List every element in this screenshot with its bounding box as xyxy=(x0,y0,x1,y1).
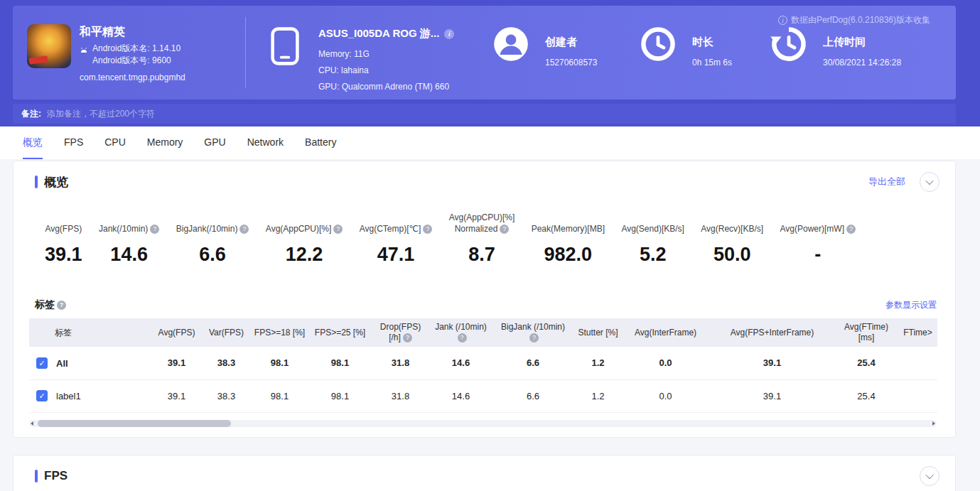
column-header-label: 标签 xyxy=(29,318,150,347)
stat-avg-ctemp: Avg(CTemp)[℃]?47.1 xyxy=(360,223,433,266)
row-label: label1 xyxy=(56,391,81,401)
help-icon[interactable]: ? xyxy=(458,333,467,342)
help-icon[interactable]: ? xyxy=(333,225,343,234)
help-icon[interactable]: ? xyxy=(150,225,159,234)
row-checkbox[interactable] xyxy=(36,390,48,401)
stat-value: - xyxy=(780,244,856,266)
tab-gpu[interactable]: GPU xyxy=(204,126,225,159)
chevron-down-icon xyxy=(925,470,933,478)
report-content: 概览FPSCPUMemoryGPUNetworkBattery 概览 导出全部 … xyxy=(0,126,980,491)
device-block: ASUS_I005DA ROG 游... i Memory: 11G CPU: … xyxy=(318,27,454,92)
stat-label: Avg(AppCPU)[%]? xyxy=(266,223,343,234)
fps-card: FPS xyxy=(13,455,956,491)
stat-value: 12.2 xyxy=(266,244,343,266)
section-accent-bar xyxy=(35,470,38,482)
creator-value: 15270608573 xyxy=(545,58,597,68)
user-icon xyxy=(492,26,529,63)
column-header-drop-fps: Drop(FPS)[/h]? xyxy=(370,318,431,347)
stat-avg-appcpu-normalized: Avg(AppCPU)[%]Normalized?8.7 xyxy=(449,212,515,266)
horizontal-scrollbar[interactable] xyxy=(29,420,937,427)
help-icon[interactable]: ? xyxy=(57,301,66,310)
duration-label: 时长 xyxy=(692,36,732,49)
device-info-icon[interactable]: i xyxy=(444,29,454,39)
collect-info-text: 数据由PerfDog(6.0.210836)版本收集 xyxy=(791,14,930,26)
column-header-stutter: Stutter [%] xyxy=(575,318,621,347)
table-cell: 98.1 xyxy=(249,347,310,379)
upload-time-text: 上传时间 30/08/2021 14:26:28 xyxy=(823,26,901,68)
table-cell xyxy=(898,347,937,379)
table-cell: 1.2 xyxy=(575,379,621,412)
export-all-link[interactable]: 导出全部 xyxy=(868,176,905,188)
tab-fps[interactable]: FPS xyxy=(64,126,83,159)
labels-table-body: All39.138.398.198.131.814.66.61.20.039.1… xyxy=(29,347,937,412)
labels-title-text: 标签 xyxy=(35,298,55,311)
scroll-right-arrow-icon[interactable] xyxy=(932,421,935,426)
upload-time-value: 30/08/2021 14:26:28 xyxy=(823,58,901,68)
tab-network[interactable]: Network xyxy=(247,126,284,159)
scrollbar-thumb[interactable] xyxy=(38,420,231,427)
labels-table: 标签Avg(FPS)Var(FPS)FPS>=18 [%]FPS>=25 [%]… xyxy=(29,318,937,413)
tab-battery[interactable]: Battery xyxy=(305,126,336,159)
column-header-bigjank: BigJank (/10min)? xyxy=(491,318,575,347)
tab-cpu[interactable]: CPU xyxy=(104,126,126,159)
section-accent-bar xyxy=(35,176,38,188)
note-label: 备注: xyxy=(21,108,41,120)
collapse-fps-button[interactable] xyxy=(920,466,939,486)
duration-value: 0h 15m 6s xyxy=(692,58,732,68)
param-display-settings-link[interactable]: 参数显示设置 xyxy=(885,299,937,311)
stat-label: Peak(Memory)[MB] xyxy=(532,223,605,234)
app-version-lines: Android版本名: 1.14.10 Android版本号: 9600 xyxy=(92,43,181,67)
stat-jank: Jank(/10min)?14.6 xyxy=(99,223,159,266)
info-icon: i xyxy=(778,16,787,25)
table-cell: 14.6 xyxy=(431,379,491,412)
labels-table-head-row: 标签Avg(FPS)Var(FPS)FPS>=18 [%]FPS>=25 [%]… xyxy=(29,318,937,347)
row-checkbox[interactable] xyxy=(36,357,48,369)
table-row: label139.138.398.198.131.814.66.61.20.03… xyxy=(29,379,937,412)
table-cell: 38.3 xyxy=(203,379,249,412)
table-cell: 39.1 xyxy=(150,379,203,412)
creator-label: 创建者 xyxy=(545,36,597,49)
stat-value: 39.1 xyxy=(45,244,82,266)
header-divider xyxy=(245,17,246,88)
table-cell: 14.6 xyxy=(431,347,491,379)
device-memory: Memory: 11G xyxy=(318,49,454,59)
row-label: All xyxy=(56,358,68,369)
stat-avg-recv: Avg(Recv)[KB/s]50.0 xyxy=(701,223,763,266)
scroll-left-arrow-icon[interactable] xyxy=(31,421,33,426)
overview-title: 概览 xyxy=(44,174,68,190)
collapse-overview-button[interactable] xyxy=(920,172,939,192)
tab-memory[interactable]: Memory xyxy=(147,126,183,159)
creator-text: 创建者 15270608573 xyxy=(545,26,597,68)
column-header-avg-fps-interframe: Avg(FPS+InterFrame) xyxy=(710,318,834,347)
report-header: i 数据由PerfDog(6.0.210836)版本收集 和平精英 Androi… xyxy=(0,0,980,126)
stat-label: BigJank(/10min)? xyxy=(176,223,249,234)
help-icon[interactable]: ? xyxy=(846,225,856,234)
help-icon[interactable]: ? xyxy=(403,333,412,342)
help-icon[interactable]: ? xyxy=(423,225,432,234)
stat-label: Avg(Power)[mW]? xyxy=(780,223,856,234)
tab-overview[interactable]: 概览 xyxy=(23,126,43,159)
table-cell: 39.1 xyxy=(150,347,203,379)
labels-section-header: 标签 ? 参数显示设置 xyxy=(35,298,937,311)
column-header-avg-fps: Avg(FPS) xyxy=(150,318,203,347)
table-cell xyxy=(898,379,937,412)
table-cell: 38.3 xyxy=(203,347,249,379)
table-row: All39.138.398.198.131.814.66.61.20.039.1… xyxy=(29,347,937,379)
column-header-avg-interframe: Avg(InterFrame) xyxy=(621,318,710,347)
clock-icon xyxy=(640,26,677,63)
note-input[interactable] xyxy=(47,109,345,119)
help-icon[interactable]: ? xyxy=(500,225,509,234)
row-label-cell: label1 xyxy=(29,379,150,412)
help-icon[interactable]: ? xyxy=(529,333,539,342)
table-cell: 6.6 xyxy=(491,379,575,412)
table-cell: 0.0 xyxy=(621,379,710,412)
chevron-down-icon xyxy=(925,177,933,185)
stat-bigjank: BigJank(/10min)?6.6 xyxy=(176,223,249,266)
column-header-jank: Jank (/10min)? xyxy=(431,318,491,347)
table-cell: 6.6 xyxy=(491,347,575,379)
help-icon[interactable]: ? xyxy=(239,225,249,234)
duration-group: 时长 0h 15m 6s xyxy=(640,26,732,68)
app-version-code: Android版本号: 9600 xyxy=(92,55,181,67)
table-cell: 1.2 xyxy=(575,347,621,379)
table-cell: 31.8 xyxy=(370,379,431,412)
